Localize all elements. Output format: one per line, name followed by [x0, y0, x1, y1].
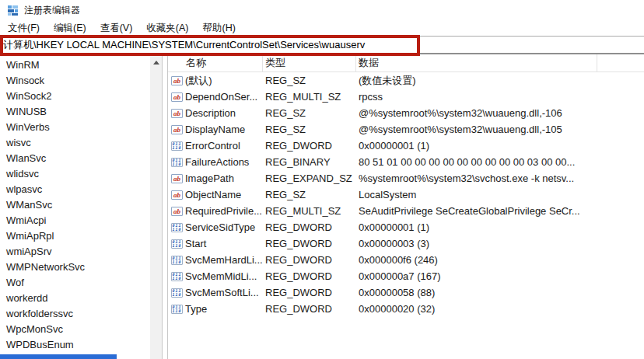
registry-value-row[interactable]: 011110SvcMemHardLi...REG_DWORD0x000000f6… [168, 252, 644, 268]
value-name: ObjectName [185, 189, 263, 200]
value-data: LocalSystem [356, 189, 644, 200]
value-name: ServiceSidType [185, 221, 263, 233]
registry-value-row[interactable]: abObjectNameREG_SZLocalSystem [168, 186, 644, 203]
string-value-icon: ab [168, 174, 185, 183]
value-name: Start [185, 238, 263, 249]
tree-item-workerdd[interactable]: workerdd [0, 291, 162, 306]
tree-item-winverbs[interactable]: WinVerbs [0, 120, 162, 135]
tree-item-winsock2[interactable]: WinSock2 [0, 89, 162, 104]
tree-item-wpdbusenum[interactable]: WPDBusEnum [0, 337, 162, 353]
chevron-up-icon [153, 61, 159, 64]
value-data: 80 51 01 00 00 00 00 00 00 00 00 00 03 0… [356, 156, 644, 168]
value-type: REG_SZ [263, 107, 356, 119]
value-data: (数值未设置) [356, 74, 644, 88]
tree-item-wpcmonsvc[interactable]: WpcMonSvc [0, 322, 162, 337]
value-type: REG_DWORD [263, 287, 356, 298]
tree-item-wlidsvc[interactable]: wlidsvc [0, 166, 162, 182]
values-pane: 名称 类型 数据 ab(默认)REG_SZ(数值未设置)abDependOnSe… [168, 54, 644, 359]
registry-value-row[interactable]: 011110FailureActionsREG_BINARY80 51 01 0… [168, 154, 644, 170]
value-type: REG_DWORD [263, 270, 356, 282]
registry-value-row[interactable]: abDisplayNameREG_SZ@%systemroot%\system3… [168, 121, 644, 138]
registry-value-row[interactable]: 011110ServiceSidTypeREG_DWORD0x00000001 … [168, 219, 644, 235]
value-type: REG_SZ [263, 189, 356, 200]
value-data: 0x00000058 (88) [356, 287, 644, 298]
value-data: %systemroot%\system32\svchost.exe -k net… [356, 173, 644, 184]
registry-tree: WinRMWinsockWinSock2WINUSBWinVerbswisvcW… [0, 54, 162, 359]
string-value-icon: ab [168, 92, 185, 102]
value-name: DependOnSer... [185, 91, 263, 103]
string-value-icon: ab [168, 190, 185, 200]
value-name: ImagePath [185, 173, 263, 184]
value-name: Type [185, 303, 263, 315]
registry-value-row[interactable]: 011110SvcMemSoftLi...REG_DWORD0x00000058… [168, 284, 644, 301]
column-header-name[interactable]: 名称 [168, 54, 263, 72]
title-bar: 注册表编辑器 [0, 0, 644, 20]
tree-item-winusb[interactable]: WINUSB [0, 104, 162, 120]
menu-item-3[interactable]: 收藏夹(A) [139, 20, 195, 37]
registry-value-row[interactable]: abRequiredPrivile...REG_MULTI_SZSeAuditP… [168, 203, 644, 219]
column-header-data[interactable]: 数据 [356, 54, 597, 72]
registry-value-row[interactable]: abDescriptionREG_SZ@%systemroot%\system3… [168, 105, 644, 121]
registry-value-row[interactable]: abImagePathREG_EXPAND_SZ%systemroot%\sys… [168, 170, 644, 186]
tree-item-workfolderssvc[interactable]: workfolderssvc [0, 306, 162, 322]
registry-value-row[interactable]: abDependOnSer...REG_MULTI_SZrpcss [168, 89, 644, 105]
value-data: SeAuditPrivilege SeCreateGlobalPrivilege… [356, 205, 644, 217]
value-type: REG_SZ [263, 75, 356, 86]
tree-item-wmiaprpl[interactable]: WmiApRpl [0, 228, 162, 244]
menu-item-4[interactable]: 帮助(H) [195, 20, 242, 37]
scroll-up-button[interactable] [150, 56, 162, 68]
registry-value-row[interactable]: 011110TypeREG_DWORD0x00000020 (32) [168, 301, 644, 317]
value-data: rpcss [356, 91, 644, 103]
main-split: WinRMWinsockWinSock2WINUSBWinVerbswisvcW… [0, 54, 644, 359]
column-header-type[interactable]: 类型 [263, 54, 356, 72]
window-title: 注册表编辑器 [24, 4, 80, 17]
value-type: REG_DWORD [263, 140, 356, 152]
registry-tree-pane: WinRMWinsockWinSock2WINUSBWinVerbswisvcW… [0, 54, 162, 359]
registry-value-row[interactable]: 011110SvcMemMidLi...REG_DWORD0x000000a7 … [168, 268, 644, 284]
value-data: 0x00000001 (1) [356, 221, 644, 233]
string-value-icon: ab [168, 76, 185, 85]
value-type: REG_DWORD [263, 303, 356, 315]
registry-path[interactable]: 计算机\HKEY LOCAL MACHINE\SYSTEM\CurrentCon… [0, 38, 365, 52]
string-value-icon: ab [168, 125, 185, 134]
menu-item-0[interactable]: 文件(F) [1, 20, 47, 37]
value-data: 0x000000a7 (167) [356, 270, 644, 282]
registry-value-row[interactable]: 011110StartREG_DWORD0x00000003 (3) [168, 235, 644, 252]
tree-item-wisvc[interactable]: wisvc [0, 135, 162, 151]
registry-value-row[interactable]: 011110ErrorControlREG_DWORD0x00000001 (1… [168, 138, 644, 154]
menu-bar: 文件(F)编辑(E)查看(V)收藏夹(A)帮助(H) [0, 20, 644, 36]
binary-value-icon: 011110 [168, 288, 185, 298]
tree-item-wof[interactable]: Wof [0, 275, 162, 291]
value-type: REG_DWORD [263, 254, 356, 266]
tree-item-winrm[interactable]: WinRM [0, 58, 162, 73]
pane-splitter[interactable] [162, 54, 168, 359]
value-name: SvcMemHardLi... [185, 254, 263, 266]
tree-item-wmiacpi[interactable]: WmiAcpi [0, 213, 162, 228]
address-bar[interactable]: 计算机\HKEY LOCAL MACHINE\SYSTEM\CurrentCon… [0, 36, 644, 54]
menu-item-1[interactable]: 编辑(E) [47, 20, 93, 37]
value-type: REG_EXPAND_SZ [263, 173, 356, 184]
tree-scrollbar[interactable] [150, 56, 162, 359]
taskbar-fragment [0, 354, 117, 359]
tree-item-wmpnetworksvc[interactable]: WMPNetworkSvc [0, 260, 162, 275]
tree-item-wlpasvc[interactable]: wlpasvc [0, 182, 162, 197]
value-name: FailureActions [185, 156, 263, 168]
value-data: 0x00000001 (1) [356, 140, 644, 152]
value-data: 0x00000020 (32) [356, 303, 644, 315]
tree-item-wlansvc[interactable]: WlanSvc [0, 151, 162, 166]
registry-editor-window: 注册表编辑器 文件(F)编辑(E)查看(V)收藏夹(A)帮助(H) 计算机\HK… [0, 0, 644, 359]
value-name: SvcMemMidLi... [185, 270, 263, 282]
tree-item-winsock[interactable]: Winsock [0, 73, 162, 89]
binary-value-icon: 011110 [168, 141, 185, 151]
value-name: SvcMemSoftLi... [185, 287, 263, 298]
value-data: @%systemroot%\system32\wuaueng.dll,-105 [356, 124, 644, 135]
tree-item-wmiapsrv[interactable]: wmiApSrv [0, 244, 162, 260]
value-type: REG_MULTI_SZ [263, 91, 356, 103]
value-type: REG_MULTI_SZ [263, 205, 356, 217]
tree-item-wmansvc[interactable]: WManSvc [0, 197, 162, 213]
value-name: ErrorControl [185, 140, 263, 152]
value-name: RequiredPrivile... [185, 205, 263, 217]
menu-item-2[interactable]: 查看(V) [93, 20, 140, 37]
string-value-icon: ab [168, 207, 185, 216]
registry-value-row[interactable]: ab(默认)REG_SZ(数值未设置) [168, 72, 644, 89]
